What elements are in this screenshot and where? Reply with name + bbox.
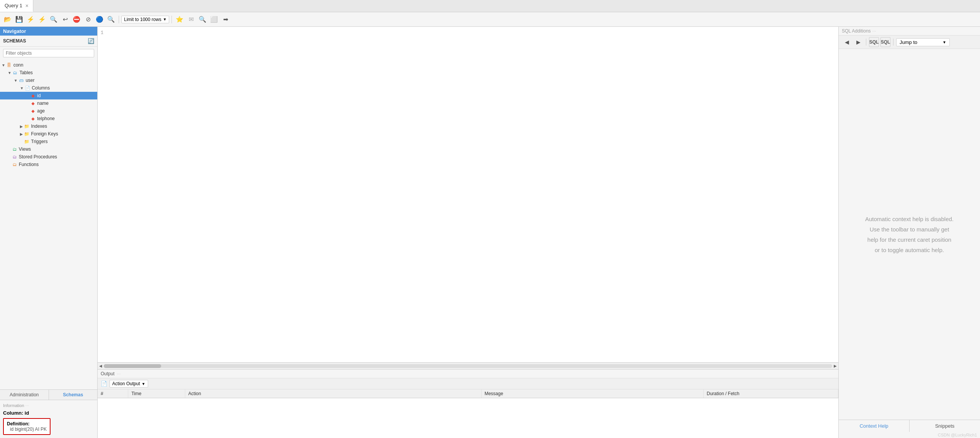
sql-icon1[interactable]: SQL: [869, 37, 879, 47]
tree-label-foreignkeys: Foreign Keys: [31, 131, 58, 137]
limit-label: Limit to 1000 rows: [124, 17, 161, 22]
table-icon: 🗃: [18, 77, 24, 83]
information-panel: Information ··· Column: id Definition: i…: [0, 400, 97, 438]
prev-btn[interactable]: ◀: [842, 37, 852, 47]
action-output-select[interactable]: Action Output ▼: [109, 380, 148, 388]
tree-label-conn: conn: [13, 62, 23, 68]
tree-item-columns[interactable]: ▼ 📄 Columns: [0, 84, 97, 92]
tree-item-triggers[interactable]: ▶ 📁 Triggers: [0, 138, 97, 145]
line-number-1: 1: [101, 30, 103, 36]
reconnect-btn[interactable]: 🔵: [94, 14, 105, 25]
tree-label-telphone: telphone: [37, 116, 55, 121]
tree-item-tables[interactable]: ▼ 🗂 Tables: [0, 69, 97, 77]
limit-select[interactable]: Limit to 1000 rows ▼: [121, 16, 169, 23]
nav-bottom-tabs: Administration Schemas: [0, 389, 97, 400]
horizontal-scrollbar[interactable]: ◀ ▶: [98, 362, 838, 369]
execute-btn[interactable]: ⚡: [25, 14, 36, 25]
query-tab[interactable]: Query 1 ×: [0, 0, 33, 12]
jump-to-select[interactable]: Jump to ▼: [896, 38, 950, 46]
col-id-icon: ◆: [30, 93, 36, 99]
scroll-track[interactable]: [104, 364, 832, 368]
tree-item-id[interactable]: ▶ ◆ id: [0, 92, 97, 99]
scroll-right-icon[interactable]: ▶: [834, 364, 837, 368]
disconnect-btn[interactable]: ⊘: [83, 14, 93, 25]
schema-tree: ▼ 🗄 conn ▼ 🗂 Tables ▼ 🗃 user ▼ 📄 Columns: [0, 60, 97, 389]
tree-item-foreignkeys[interactable]: ▶ 📁 Foreign Keys: [0, 130, 97, 138]
col-age-icon: ◆: [30, 108, 36, 114]
sql-additions-panel: SQL Additions ··· ◀ ▶ SQL SQL Jump to ▼ …: [838, 27, 980, 438]
jump-to-label: Jump to: [900, 39, 917, 45]
scroll-thumb: [104, 364, 161, 368]
filter-input[interactable]: [3, 49, 94, 57]
tree-item-indexes[interactable]: ▶ 📁 Indexes: [0, 122, 97, 130]
toolbar: 📂 💾 ⚡ ⚡ 🔍 ↩ ⛔ ⊘ 🔵 🔍 Limit to 1000 rows ▼…: [0, 12, 980, 27]
open-file-btn[interactable]: 📂: [2, 14, 13, 25]
cancel-btn[interactable]: ⛔: [71, 14, 82, 25]
toggle-btn[interactable]: ➡: [220, 14, 231, 25]
output-toolbar: 📄 Action Output ▼: [98, 378, 838, 389]
context-help-tab[interactable]: Context Help: [839, 420, 910, 432]
tree-item-name[interactable]: ▶ ◆ name: [0, 99, 97, 107]
info-header: Information ···: [3, 403, 94, 408]
col-telphone-icon: ◆: [30, 116, 36, 122]
definition-box: Definition: id bigint(20) AI PK: [3, 418, 51, 435]
tree-label-storedprocs: Stored Procedures: [19, 154, 57, 160]
search2-btn[interactable]: 🔍: [197, 14, 208, 25]
refresh-icon[interactable]: 🔄: [88, 38, 94, 44]
tree-item-user[interactable]: ▼ 🗃 user: [0, 77, 97, 84]
sql-additions-content: Automatic context help is disabled. Use …: [839, 49, 980, 420]
info-content: Column: id Definition: id bigint(20) AI …: [3, 410, 94, 435]
explain-btn[interactable]: 🔍: [48, 14, 59, 25]
sql-additions-toolbar: ◀ ▶ SQL SQL Jump to ▼: [839, 36, 980, 49]
output-header: Output ···: [98, 370, 838, 378]
find-btn[interactable]: 🔍: [106, 14, 116, 25]
editor-area[interactable]: 1: [98, 27, 838, 362]
output-icon: 📄: [101, 381, 107, 387]
col-message: Message: [481, 389, 703, 398]
save-btn[interactable]: 💾: [14, 14, 24, 25]
tree-label-functions: Functions: [19, 162, 39, 167]
scroll-left-icon[interactable]: ◀: [99, 364, 102, 368]
stop-btn[interactable]: ↩: [60, 14, 70, 25]
query-output-area: 1 ◀ ▶ Output ··· 📄 Action Output ▼: [98, 27, 838, 438]
storedprocs-icon: 🗂: [11, 154, 18, 160]
definition-label: Definition:: [7, 421, 29, 427]
beautify-btn[interactable]: ✉: [186, 14, 196, 25]
indexes-icon: 📁: [24, 123, 30, 129]
word-wrap-btn[interactable]: ⬜: [209, 14, 219, 25]
views-icon: 🗂: [11, 146, 18, 152]
tree-item-views[interactable]: ▶ 🗂 Views: [0, 145, 97, 153]
tree-item-functions[interactable]: ▶ 🗂 Functions: [0, 161, 97, 168]
navigator-header: Navigator: [0, 27, 97, 36]
tree-label-columns: Columns: [32, 85, 50, 91]
schemas-label: SCHEMAS: [3, 38, 26, 44]
execute-current-btn[interactable]: ⚡: [37, 14, 47, 25]
context-help-text: Automatic context help is disabled. Use …: [865, 214, 954, 255]
tree-item-storedprocs[interactable]: ▶ 🗂 Stored Procedures: [0, 153, 97, 161]
tree-item-age[interactable]: ▶ ◆ age: [0, 107, 97, 115]
columns-icon: 📄: [24, 85, 31, 91]
tree-label-age: age: [37, 108, 45, 114]
tree-label-id: id: [37, 93, 41, 98]
tree-label-triggers: Triggers: [31, 139, 48, 144]
col-duration: Duration / Fetch: [704, 389, 838, 398]
administration-tab[interactable]: Administration: [0, 390, 49, 400]
col-hash: #: [98, 389, 128, 398]
tree-item-conn[interactable]: ▼ 🗄 conn: [0, 61, 97, 69]
navigator-title: Navigator: [3, 28, 26, 34]
tab-label: Query 1: [5, 3, 22, 8]
next-btn[interactable]: ▶: [853, 37, 863, 47]
schemas-tab[interactable]: Schemas: [49, 390, 98, 400]
tree-item-telphone[interactable]: ▶ ◆ telphone: [0, 115, 97, 122]
bookmark-btn[interactable]: ⭐: [174, 14, 185, 25]
col-name-icon: ◆: [30, 100, 36, 106]
tree-label-user: user: [26, 78, 34, 83]
watermark: CSDN @LuckyRich1: [839, 432, 980, 438]
triggers-icon: 📁: [24, 138, 30, 145]
tab-close-icon[interactable]: ×: [25, 3, 28, 9]
action-dropdown-icon: ▼: [142, 382, 145, 386]
snippets-tab[interactable]: Snippets: [910, 420, 980, 432]
sql-icon2[interactable]: SQL: [880, 37, 890, 47]
col-time: Time: [128, 389, 185, 398]
tree-label-name: name: [37, 101, 49, 106]
